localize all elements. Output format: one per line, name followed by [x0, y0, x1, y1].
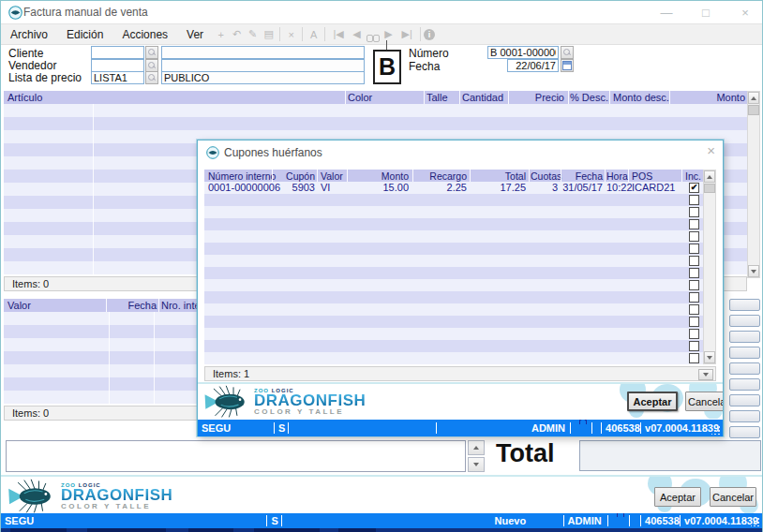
statusbar-spacer — [437, 422, 528, 434]
table-row — [4, 104, 747, 117]
lista-precio-name-input[interactable] — [161, 71, 365, 84]
next-record-icon[interactable]: ▶ — [381, 27, 396, 41]
coupon-row-empty — [204, 230, 703, 243]
titlebar: Factura manual de venta — □ × — [1, 1, 762, 23]
edit-icon[interactable]: ✎ — [245, 27, 261, 41]
statusbar-code: 406538 — [641, 515, 681, 526]
last-record-icon[interactable]: ▶| — [396, 27, 417, 41]
inc-checkbox[interactable] — [689, 317, 699, 327]
accept-button[interactable]: Aceptar — [654, 487, 701, 507]
statusbar-admin: ADMIN — [564, 515, 608, 526]
first-record-icon[interactable]: |◀ — [328, 27, 349, 41]
side-field — [729, 410, 760, 422]
vendedor-name-input[interactable] — [161, 59, 365, 72]
dialog-titlebar: Cupones huérfanos × — [198, 140, 723, 165]
menu-ver[interactable]: Ver — [177, 26, 213, 43]
inc-checkbox[interactable] — [689, 244, 699, 254]
window-title: Factura manual de venta — [23, 6, 148, 19]
inc-checkbox[interactable] — [689, 268, 699, 278]
menu-acciones[interactable]: Acciones — [112, 26, 177, 43]
col-valor: Valor — [321, 170, 343, 182]
coupons-scrollbar[interactable] — [703, 170, 716, 364]
search-icon[interactable] — [365, 34, 381, 36]
col-numero-interno: Número interno — [208, 170, 276, 182]
save-icon[interactable]: ▤ — [261, 27, 277, 41]
inc-checkbox[interactable] — [689, 195, 699, 205]
articles-table-header: Artículo Color Talle Cantidad Precio % D… — [4, 91, 747, 104]
minimize-button[interactable]: — — [659, 6, 674, 20]
numero-input[interactable] — [487, 46, 559, 59]
numero-label: Número — [409, 47, 449, 60]
cliente-lookup-button[interactable] — [145, 46, 158, 59]
fecha-input[interactable] — [507, 59, 559, 72]
inc-checkbox[interactable] — [689, 304, 699, 315]
col-fecha: Fecha — [562, 170, 603, 182]
close-button[interactable]: × — [738, 6, 753, 20]
delete-icon[interactable]: × — [283, 28, 299, 41]
dialog-cancel-button[interactable]: Cancelar — [685, 392, 723, 411]
vendedor-input[interactable] — [91, 59, 144, 72]
inc-checkbox[interactable] — [689, 231, 699, 242]
main-statusbar: SEGU S Nuevo ADMIN 406538 v07.0004.11839 — [1, 513, 762, 528]
col-color: Color — [348, 92, 372, 103]
main-footer: ZOO LOGIC DRAGONFISH COLOR Y TALLE Acept… — [1, 475, 762, 513]
spin-up-button[interactable] — [468, 440, 485, 455]
toolbar-separator — [302, 27, 303, 41]
resize-grip[interactable] — [751, 517, 760, 526]
dropdown-button[interactable] — [698, 369, 713, 380]
inc-checkbox[interactable] — [689, 256, 699, 266]
undo-icon[interactable]: ↶ — [229, 27, 245, 41]
menu-edicion[interactable]: Edición — [57, 26, 112, 43]
dialog-accept-button[interactable]: Aceptar — [627, 392, 678, 411]
notes-area[interactable] — [6, 440, 466, 472]
col-pdesc: % Desc. — [570, 92, 608, 103]
maximize-button[interactable]: □ — [698, 6, 713, 20]
vendedor-lookup-button[interactable] — [145, 59, 158, 72]
info-icon[interactable]: i — [424, 27, 440, 41]
dragonfish-logo: ZOO LOGIC DRAGONFISH COLOR Y TALLE — [203, 385, 366, 419]
letter-box-line — [386, 40, 387, 50]
cliente-name-input[interactable] — [161, 46, 365, 59]
side-field — [729, 331, 760, 343]
side-field — [729, 394, 760, 406]
cliente-input[interactable] — [91, 46, 144, 59]
side-field — [729, 315, 760, 327]
inc-checkbox[interactable] — [689, 329, 699, 339]
coupon-row-empty — [204, 291, 703, 303]
lista-precio-lookup-button[interactable] — [145, 71, 158, 84]
side-field — [729, 362, 760, 375]
numero-lookup-button[interactable] — [561, 46, 574, 59]
col-cuotas: Cuotas — [531, 170, 558, 182]
fecha-calendar-button[interactable] — [561, 59, 574, 72]
previous-record-icon[interactable]: ◀ — [349, 27, 365, 41]
inc-checkbox[interactable] — [689, 292, 699, 303]
dialog-close-icon[interactable]: × — [707, 142, 715, 158]
inc-checkbox[interactable] — [689, 219, 699, 229]
cliente-label: Cliente — [8, 47, 43, 60]
cancel-button[interactable]: Cancelar — [710, 487, 756, 507]
text-icon[interactable]: A — [306, 28, 322, 41]
magnifier-icon — [148, 49, 156, 56]
calendar-icon — [562, 61, 572, 70]
col-valor: Valor — [7, 300, 31, 311]
statusbar-mode: Nuevo — [491, 515, 564, 526]
inc-checkbox[interactable] — [689, 280, 699, 290]
inc-checkbox-checked[interactable]: ✔ — [689, 183, 699, 193]
menu-archivo[interactable]: Archivo — [1, 26, 57, 43]
spin-down-button[interactable] — [468, 457, 485, 472]
side-field — [729, 378, 760, 391]
fish-icon — [203, 385, 250, 419]
statusbar-spacer — [289, 422, 437, 434]
inc-checkbox[interactable] — [689, 353, 699, 363]
total-label: Total — [496, 439, 555, 468]
col-total: Total — [471, 170, 526, 182]
add-icon[interactable]: + — [213, 28, 229, 41]
magnifier-icon — [148, 74, 156, 81]
total-input[interactable] — [579, 440, 761, 471]
lista-precio-input[interactable] — [91, 71, 144, 84]
inc-checkbox[interactable] — [689, 341, 699, 351]
resize-grip[interactable] — [711, 425, 721, 435]
inc-checkbox[interactable] — [689, 207, 699, 217]
coupon-row[interactable]: 0001-00000006 5903 VI 15.00 2.25 17.25 3… — [204, 182, 703, 194]
articles-scrollbar[interactable] — [747, 91, 760, 278]
